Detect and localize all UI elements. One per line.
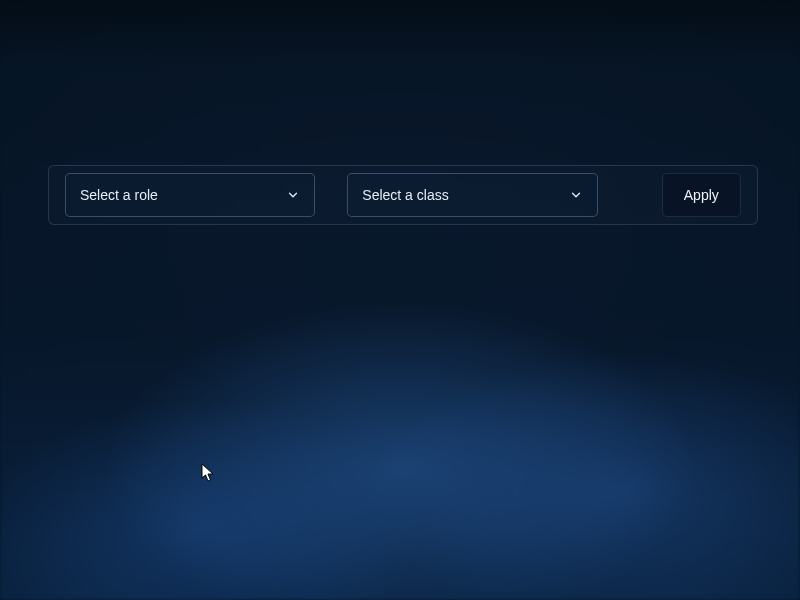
chevron-down-icon (286, 188, 300, 202)
filter-bar: Select a role Select a class Apply (48, 165, 758, 225)
role-select-placeholder: Select a role (80, 187, 158, 203)
class-select-placeholder: Select a class (362, 187, 448, 203)
background (0, 0, 800, 600)
class-select[interactable]: Select a class (347, 173, 597, 217)
top-shadow (0, 0, 800, 70)
chevron-down-icon (569, 188, 583, 202)
apply-button-label: Apply (684, 187, 719, 203)
apply-button[interactable]: Apply (662, 173, 741, 217)
role-select[interactable]: Select a role (65, 173, 315, 217)
